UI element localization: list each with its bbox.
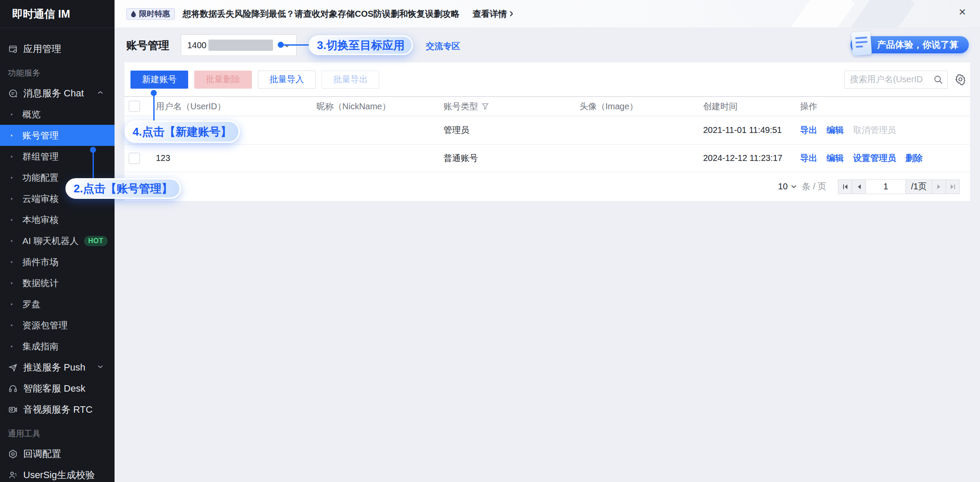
sidebar-item-desk[interactable]: 智能客服 Desk [0,378,115,399]
sidebar-item-usersig[interactable]: UserSig生成校验 [0,464,115,482]
row-checkbox[interactable] [129,153,140,164]
table-row: 123 普通账号 2024-12-12 11:23:17 导出 编辑 设置管理员… [124,145,970,172]
last-page-button[interactable] [946,179,960,194]
toolbar-right [844,71,967,89]
sidebar-item-label: 账号管理 [22,130,59,142]
next-page-button[interactable] [932,179,946,194]
banner-details-label: 查看详情 [472,8,507,20]
annotation-step4-label: 4.点击【新建账号】 [133,124,232,139]
sidebar: 即时通信 IM 应用管理 功能服务 消息服务 Chat 概览 账号管理 群组管理 [0,0,115,482]
chevron-down-icon[interactable] [97,365,103,369]
chat-icon [8,88,18,99]
hot-badge: HOT [84,236,108,246]
sidebar-item-label: 群组管理 [22,151,59,163]
export-link[interactable]: 导出 [800,125,817,135]
sidebar-item-label: 罗盘 [22,298,40,310]
column-account-type: 账号类型 [438,101,574,112]
prev-page-button[interactable] [852,179,866,194]
table-settings-button[interactable] [954,73,967,86]
sidebar-item-label: 回调配置 [23,448,61,460]
edit-link[interactable]: 编辑 [827,153,844,163]
sidebar-item-push[interactable]: 推送服务 Push [0,357,115,378]
sidebar-item-app-management[interactable]: 应用管理 [0,38,115,59]
sidebar-item-ai-chatbot[interactable]: AI 聊天机器人 HOT [0,230,115,251]
bullet-dot [11,219,12,221]
redacted-app-name [208,40,273,51]
create-account-button[interactable]: 新建账号 [130,71,188,89]
set-admin-link[interactable]: 设置管理员 [853,153,896,163]
table-row: 管理员 2021-11-01 11:49:51 导出 编辑 取消管理员 [124,116,970,145]
edit-link[interactable]: 编辑 [827,125,844,135]
column-label: 账号类型 [443,101,478,112]
batch-import-button[interactable]: 批量导入 [258,71,316,89]
delete-link[interactable]: 删除 [906,153,923,163]
bullet-dot [11,156,12,158]
cell-account-type: 普通账号 [438,152,574,164]
page-size-value: 10 [778,182,788,192]
sidebar-item-overview[interactable]: 概览 [0,104,115,125]
annotation-line-step4 [153,95,155,121]
sidebar-item-data-statistics[interactable]: 数据统计 [0,272,115,294]
promo-banner: 限时特惠 想将数据丢失风险降到最低？请查收对象存储COS防误删和恢复误删攻略 查… [115,0,980,28]
sidebar-item-local-moderation[interactable]: 本地审核 [0,209,115,230]
cell-account-type: 管理员 [438,124,574,136]
export-link[interactable]: 导出 [800,153,817,163]
bullet-dot [11,324,12,326]
promo-badge: 限时特惠 [126,8,175,20]
annotation-step3-label: 3.切换至目标应用 [317,38,405,53]
page-header: 账号管理 1400 交流专区 产品体验，你说了算 [115,28,980,62]
sidebar-item-chat[interactable]: 消息服务 Chat [0,83,115,104]
row-checkbox-cell [124,153,150,164]
first-page-button[interactable] [838,179,852,194]
cell-actions: 导出 编辑 设置管理员 删除 [794,152,970,164]
sidebar-item-account-management[interactable]: 账号管理 [0,125,115,146]
sidebar-item-plugin-market[interactable]: 插件市场 [0,251,115,272]
survey-doc-icon [851,31,872,56]
toolbar: 新建账号 批量删除 批量导入 批量导出 [124,62,970,96]
page-number-input[interactable] [866,182,906,192]
sidebar-item-integration-guide[interactable]: 集成指南 [0,336,115,357]
close-icon[interactable]: × [959,6,966,18]
sidebar-item-label: 智能客服 Desk [23,382,85,395]
chevron-up-icon[interactable] [97,90,103,95]
sidebar-item-callback-config[interactable]: 回调配置 [0,443,115,464]
header-checkbox-cell [124,101,150,112]
annotation-step3: 3.切换至目标应用 [309,35,413,55]
banner-message: 想将数据丢失风险降到最低？请查收对象存储COS防误删和恢复误删攻略 [183,8,459,20]
headset-icon [8,383,18,394]
batch-export-button[interactable]: 批量导出 [322,71,379,89]
select-all-checkbox[interactable] [129,101,140,112]
promo-badge-label: 限时特惠 [139,9,170,19]
video-camera-icon [8,405,18,415]
sidebar-item-label: 推送服务 Push [23,361,85,374]
filter-funnel-icon[interactable] [481,102,489,110]
annotation-line-step3 [282,44,309,46]
sidebar-section-features: 功能服务 [0,59,115,83]
sidebar-item-compass[interactable]: 罗盘 [0,294,115,315]
annotation-step2-label: 2.点击【账号管理】 [74,181,173,196]
account-table-card: 新建账号 批量删除 批量导入 批量导出 [124,62,970,201]
batch-delete-button[interactable]: 批量删除 [194,71,252,89]
sidebar-item-label: 应用管理 [23,43,61,56]
bullet-dot [11,135,12,136]
pagination: 10 条 / 页 /1页 [124,172,970,201]
banner-details-link[interactable]: 查看详情 [472,8,513,20]
sidebar-item-group-management[interactable]: 群组管理 [0,146,115,167]
search-icon[interactable] [933,74,943,85]
sidebar-item-label: 功能配置 [22,172,59,184]
forum-link[interactable]: 交流专区 [426,40,460,52]
page-size-selector[interactable]: 10 条 / 页 [778,181,826,192]
sidebar-item-label: 数据统计 [22,277,59,289]
search-input[interactable] [844,71,948,89]
gear-icon [955,74,966,85]
sidebar-item-rtc[interactable]: 音视频服务 RTC [0,399,115,420]
cell-userid: 123 [150,153,311,163]
annotation-line-step2 [93,152,94,179]
page-total: /1页 [906,179,932,194]
product-feedback-button[interactable]: 产品体验，你说了算 [850,36,969,53]
bullet-dot [11,303,12,305]
cancel-admin-link: 取消管理员 [853,125,896,135]
sidebar-item-resource-package[interactable]: 资源包管理 [0,315,115,336]
banner-decoration [851,0,915,28]
column-userid: 用户名（UserID） [150,101,311,112]
